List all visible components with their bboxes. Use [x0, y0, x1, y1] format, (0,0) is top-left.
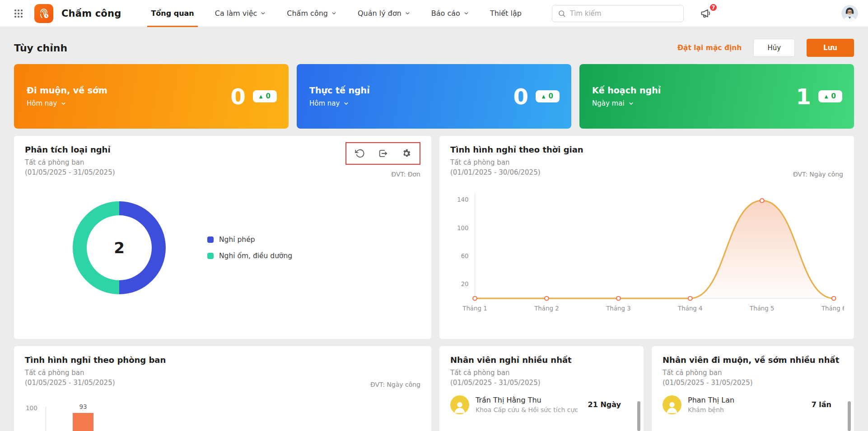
legend-item-nghi-om[interactable]: Nghỉ ốm, điều dưỡng [207, 252, 292, 260]
stat-period-dropdown[interactable]: Hôm nay [27, 99, 107, 107]
stat-title: Kế hoạch nghỉ [592, 85, 661, 95]
tab-cham-cong[interactable]: Chấm công [287, 0, 337, 27]
cancel-button[interactable]: Hủy [753, 39, 795, 57]
stat-period-dropdown[interactable]: Hôm nay [309, 99, 370, 107]
reset-default-link[interactable]: Đặt lại mặc định [677, 44, 742, 52]
bar-value-label: 93 [72, 403, 94, 410]
stat-title: Thực tế nghỉ [309, 85, 370, 95]
annotation-highlight-box [345, 142, 420, 165]
delta-up-icon: ▲ [259, 94, 263, 99]
stat-cards-row: Đi muộn, về sớm Hôm nay 0 ▲0 Thực tế ngh… [0, 64, 868, 129]
employee-name: Trần Thị Hằng Thu [476, 396, 582, 404]
bar-chart[interactable]: 100 93 [25, 404, 420, 431]
tab-tong-quan[interactable]: Tổng quan [151, 0, 194, 27]
page-header: Tùy chỉnh Đặt lại mặc định Hủy Lưu [0, 27, 868, 63]
card-leave-over-time: Tình hình nghỉ theo thời gian Tất cả phò… [439, 136, 854, 339]
notification-badge: 7 [709, 3, 718, 12]
top-nav: Chấm công Tổng quan Ca làm việc Chấm côn… [0, 0, 868, 27]
app-logo-icon[interactable] [34, 4, 53, 23]
search-icon [558, 9, 566, 18]
delta-badge: ▲0 [818, 90, 842, 102]
employee-dept: Khám bệnh [688, 406, 805, 413]
bar-ytick: 100 [26, 404, 37, 412]
svg-text:60: 60 [461, 253, 469, 260]
chevron-down-icon [463, 10, 469, 16]
employee-dept: Khoa Cấp cứu & Hồi sức tích cực [476, 406, 582, 413]
unit-label: ĐVT: Ngày công [793, 171, 843, 178]
chevron-down-icon [405, 10, 411, 16]
svg-text:20: 20 [461, 281, 469, 287]
svg-text:Tháng 4: Tháng 4 [677, 305, 703, 311]
charts-row: Phân tích loại nghỉ Tất cả phòng ban (01… [0, 136, 868, 339]
tab-thiet-lap[interactable]: Thiết lập [490, 0, 522, 27]
settings-gear-icon[interactable] [401, 148, 411, 158]
export-icon[interactable] [378, 148, 388, 158]
card-title: Tình hình nghỉ theo phòng ban [25, 355, 166, 365]
legend-swatch [207, 236, 214, 243]
save-button[interactable]: Lưu [807, 39, 854, 57]
employee-list: Trần Thị Hằng Thu Khoa Cấp cứu & Hồi sức… [450, 395, 633, 414]
card-range: (01/05/2025 - 31/05/2025) [663, 378, 843, 388]
card-top-late-employees: Nhân viên đi muộn, về sớm nhiều nhất Tất… [652, 346, 854, 431]
user-avatar[interactable] [841, 5, 858, 22]
card-leave-by-department: Tình hình nghỉ theo phòng ban Tất cả phò… [14, 346, 431, 431]
stat-value: 0 [230, 86, 245, 107]
bar-y-axis [46, 407, 46, 431]
bar-rect[interactable] [73, 413, 93, 431]
stat-period-dropdown[interactable]: Ngày mai [592, 99, 661, 107]
legend-swatch [207, 253, 214, 259]
scrollbar-thumb[interactable] [848, 401, 851, 431]
card-filter: Tất cả phòng ban [25, 368, 166, 378]
legend-item-nghi-phep[interactable]: Nghỉ phép [207, 236, 292, 244]
app-title: Chấm công [61, 8, 121, 19]
stat-title: Đi muộn, về sớm [27, 85, 107, 95]
list-item[interactable]: Trần Thị Hằng Thu Khoa Cấp cứu & Hồi sức… [450, 395, 633, 414]
reset-chart-icon[interactable] [355, 148, 364, 158]
card-title: Phân tích loại nghỉ [25, 145, 115, 154]
app-grid-icon[interactable] [11, 6, 26, 21]
card-leave-type-analysis: Phân tích loại nghỉ Tất cả phòng ban (01… [14, 136, 431, 339]
chevron-down-icon [260, 10, 266, 16]
card-range: (01/05/2025 - 31/05/2025) [25, 168, 115, 178]
chevron-down-icon [331, 10, 337, 16]
bar-group: 93 [72, 403, 94, 431]
svg-text:100: 100 [457, 224, 469, 231]
card-filter: Tất cả phòng ban [663, 368, 843, 378]
employee-list: Phan Thị Lan Khám bệnh 7 lần [663, 395, 843, 414]
chevron-down-icon [61, 101, 66, 107]
delta-up-icon: ▲ [825, 94, 828, 99]
person-avatar-icon [663, 395, 681, 414]
search-box[interactable] [552, 5, 684, 22]
chevron-down-icon [343, 101, 349, 107]
employee-value: 7 lần [812, 400, 831, 409]
card-filter: Tất cả phòng ban [450, 368, 633, 378]
tab-ca-lam-viec[interactable]: Ca làm việc [215, 0, 266, 27]
employee-name: Phan Thị Lan [688, 396, 805, 404]
stat-card-late-early: Đi muộn, về sớm Hôm nay 0 ▲0 [14, 64, 289, 129]
unit-label: ĐVT: Đơn [391, 171, 420, 178]
person-avatar-icon [450, 395, 469, 414]
card-range: (01/05/2025 - 31/05/2025) [450, 378, 633, 388]
delta-badge: ▲0 [253, 90, 277, 102]
unit-label: ĐVT: Ngày công [370, 381, 420, 388]
svg-text:140: 140 [457, 196, 469, 203]
svg-text:Tháng 6: Tháng 6 [821, 305, 844, 311]
svg-text:Tháng 1: Tháng 1 [462, 305, 487, 311]
search-input[interactable] [570, 9, 678, 18]
donut-chart[interactable]: 2 [73, 201, 166, 294]
card-filter: Tất cả phòng ban [25, 158, 115, 168]
announcement-button[interactable]: 7 [700, 7, 712, 19]
donut-total: 2 [114, 239, 125, 257]
tab-quan-ly-don[interactable]: Quản lý đơn [358, 0, 411, 27]
stat-value: 0 [513, 86, 528, 107]
card-title: Tình hình nghỉ theo thời gian [450, 145, 583, 154]
bottom-row: Tình hình nghỉ theo phòng ban Tất cả phò… [0, 346, 868, 431]
card-filter: Tất cả phòng ban [450, 158, 583, 168]
scrollbar-thumb[interactable] [637, 401, 640, 431]
tab-bao-cao[interactable]: Báo cáo [431, 0, 469, 27]
employee-value: 21 Ngày [588, 400, 621, 409]
line-chart[interactable]: 2060100140Tháng 1Tháng 2Tháng 3Tháng 4Th… [450, 188, 843, 325]
svg-text:Tháng 2: Tháng 2 [534, 305, 559, 311]
list-item[interactable]: Phan Thị Lan Khám bệnh 7 lần [663, 395, 843, 414]
stat-card-planned-leave: Kế hoạch nghỉ Ngày mai 1 ▲0 [579, 64, 854, 129]
